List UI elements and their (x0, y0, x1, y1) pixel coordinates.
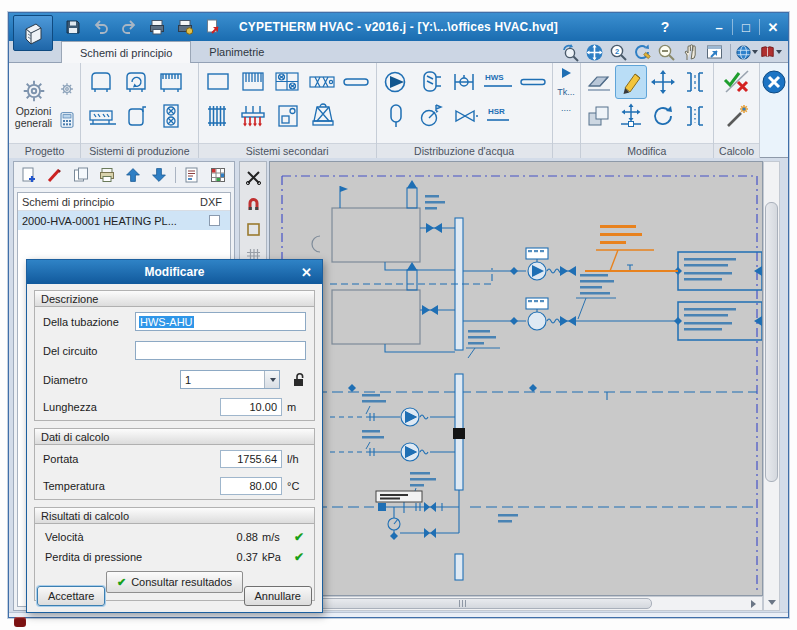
copy-schematic-button[interactable] (69, 164, 93, 186)
slim-unit-button[interactable] (339, 65, 374, 99)
dxf-template-button[interactable] (180, 164, 204, 186)
save-button[interactable] (61, 15, 85, 39)
burner-button[interactable] (83, 99, 118, 133)
svg-text:2: 2 (614, 46, 618, 55)
snap-tool-button[interactable] (242, 192, 264, 214)
heat-generator-button[interactable] (118, 99, 153, 133)
general-options-button[interactable]: Opzioni generali (11, 65, 56, 141)
panel-unit-button[interactable] (201, 65, 236, 99)
cancel-button[interactable]: Annullare (244, 586, 312, 606)
print-schematic-button[interactable] (95, 164, 119, 186)
check-calculation-button[interactable] (719, 65, 754, 99)
temperatura-input[interactable]: 80.00 (220, 477, 282, 495)
cooling-tower-button[interactable] (306, 99, 341, 133)
lunghezza-input[interactable]: 10.00 (220, 398, 282, 416)
export-button[interactable] (201, 15, 225, 39)
dialog-close-button[interactable]: ✕ (297, 260, 316, 284)
undo-button[interactable] (89, 15, 113, 39)
move-up-button[interactable] (121, 164, 145, 186)
duct-unit-button[interactable] (304, 65, 339, 99)
coordinates-tool-button[interactable] (242, 166, 264, 188)
pan-button[interactable] (679, 42, 701, 62)
move-button[interactable] (647, 65, 679, 99)
hsr-pipe-button[interactable]: HSR (484, 99, 519, 133)
combo-dropdown-button[interactable] (264, 371, 279, 388)
redo-button[interactable] (117, 15, 141, 39)
hws-pipe-button[interactable]: HWS (481, 65, 515, 99)
ortho-tool-button[interactable] (242, 218, 264, 240)
accept-button[interactable]: Accettare (37, 586, 105, 606)
gauge-button[interactable] (414, 99, 449, 133)
tk-label-button[interactable]: Tk... (557, 87, 575, 97)
edit-ends-dotted-button[interactable] (679, 99, 711, 133)
diametro-select[interactable]: 1 (180, 370, 280, 389)
tubazione-input[interactable]: HWS-AHU (135, 312, 306, 331)
close-schematic-button[interactable] (760, 68, 788, 96)
zoom-extents-button[interactable] (583, 42, 605, 62)
air-handling-unit-button[interactable] (270, 65, 305, 99)
chiller-button[interactable] (153, 99, 188, 133)
boiler-button[interactable] (83, 65, 118, 99)
portata-input[interactable]: 1755.64 (220, 450, 282, 468)
maximize-button[interactable]: □ (733, 15, 759, 39)
redraw-button[interactable] (631, 42, 653, 62)
add-schematic-button[interactable] (17, 164, 41, 186)
play-tool-button[interactable] (560, 67, 572, 81)
chevron-down-icon (270, 378, 276, 382)
minimize-button[interactable]: – (706, 15, 732, 39)
erase-button[interactable] (583, 65, 615, 99)
copy-button[interactable] (583, 99, 615, 133)
print-setup-button[interactable] (173, 15, 197, 39)
zoom-previous-button[interactable] (559, 42, 581, 62)
condensing-boiler-button[interactable] (153, 65, 188, 99)
expansion-vessel-button[interactable] (379, 99, 414, 133)
edit-ends-dotted-icon (681, 103, 709, 129)
calculation-options-button[interactable] (56, 109, 78, 131)
dxf-layers-button[interactable] (206, 164, 230, 186)
manifold-button[interactable] (236, 99, 271, 133)
list-item-heating-plant[interactable]: 2000-HVA-0001 HEATING PL... (18, 211, 230, 230)
vertical-scrollbar-thumb[interactable] (765, 202, 778, 482)
diametro-lock-button[interactable] (280, 372, 306, 388)
selected-pipe-hws-ahu[interactable] (585, 225, 678, 271)
close-button[interactable]: ✕ (760, 15, 786, 39)
web-services-button[interactable] (736, 42, 758, 62)
floor-unit-button[interactable] (271, 99, 306, 133)
drawing-canvas[interactable] (269, 161, 763, 596)
previous-window-button[interactable] (703, 42, 725, 62)
tab-schemi-di-principio[interactable]: Schemi di principio (61, 41, 191, 63)
print-button[interactable] (145, 15, 169, 39)
recirculation-boiler-button[interactable] (118, 65, 153, 99)
dialog-title-bar[interactable]: Modificare (27, 260, 322, 284)
move-down-button[interactable] (147, 164, 171, 186)
tab-planimetrie[interactable]: Planimetrie (191, 41, 282, 63)
circuito-input[interactable] (135, 341, 306, 360)
valve-button[interactable] (449, 99, 484, 133)
fancoil-button[interactable] (235, 65, 270, 99)
rotate-button[interactable] (647, 99, 679, 133)
delete-schematic-button[interactable] (43, 164, 67, 186)
straight-pipe-button[interactable] (515, 65, 549, 99)
perdita-label: Perdita di pressione (45, 551, 202, 563)
horizontal-scrollbar-thumb[interactable] (272, 598, 652, 609)
edit-button[interactable] (615, 65, 647, 99)
radiator-button[interactable] (201, 99, 236, 133)
move-node-button[interactable] (615, 99, 647, 133)
dxf-checkbox[interactable] (209, 215, 220, 226)
options-gear-button[interactable] (56, 78, 78, 100)
scroll-right-button[interactable] (747, 597, 760, 610)
help-button[interactable]: ? (652, 15, 678, 39)
water-heater-button[interactable] (413, 65, 447, 99)
auto-design-button[interactable] (719, 99, 754, 133)
vertical-scrollbar[interactable] (763, 161, 780, 611)
dots-label-button[interactable]: .... (561, 103, 571, 113)
edit-ends-button[interactable] (679, 65, 711, 99)
app-icon[interactable] (13, 15, 53, 51)
horizontal-scrollbar[interactable] (269, 596, 763, 611)
balancing-valve-button[interactable] (447, 65, 481, 99)
scroll-down-button[interactable] (764, 595, 779, 610)
pump-button[interactable] (379, 65, 413, 99)
zoom-x2-button[interactable]: 2 (607, 42, 629, 62)
zoom-out-button[interactable] (655, 42, 677, 62)
help-menu-button[interactable] (760, 42, 782, 62)
